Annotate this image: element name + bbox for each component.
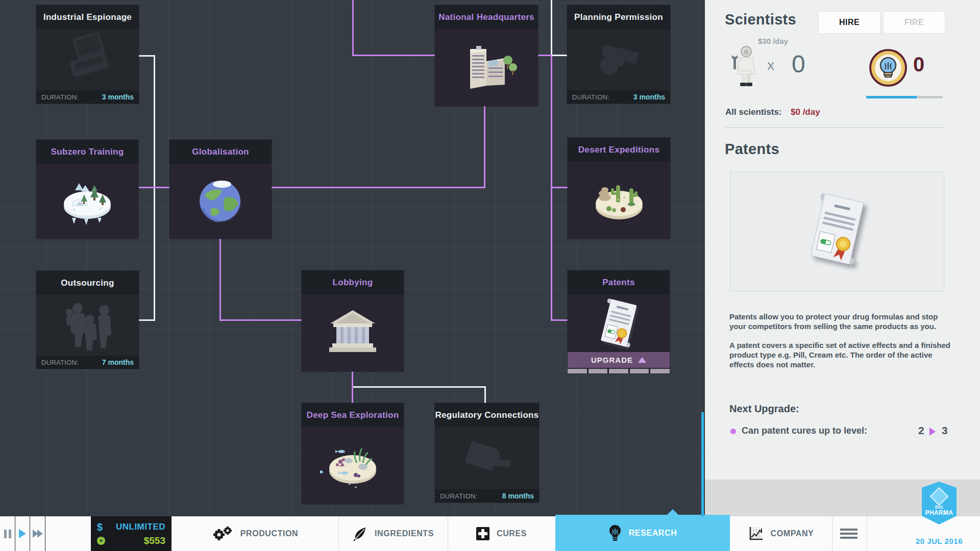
gears-icon <box>212 526 233 541</box>
connector-line <box>538 55 552 56</box>
fast-forward-button[interactable] <box>30 516 45 551</box>
level-arrow-icon <box>929 428 936 436</box>
tech-node-title: Regulatory Connections <box>435 403 539 427</box>
duration-row: DURATION: 3 months <box>567 90 670 104</box>
patents-heading: Patents <box>725 141 779 158</box>
seabed-island-icon <box>302 427 404 504</box>
play-button[interactable] <box>15 516 30 551</box>
tech-node-planning-permission[interactable]: Planning Permission DURATION: 3 months <box>567 5 670 104</box>
tech-node-patents[interactable]: Patents <box>568 270 670 373</box>
connector-line <box>551 56 552 321</box>
duration-row: DURATION: 7 months <box>36 356 139 369</box>
big-pharma-research-screen: Industrial Espionage DURATION: 3 months … <box>0 0 980 551</box>
tab-label: PRODUCTION <box>240 529 299 538</box>
research-skill-medal-icon <box>868 48 908 90</box>
tab-ingredients[interactable]: INGREDIENTS <box>338 516 448 551</box>
tab-cures[interactable]: CURES <box>448 516 555 551</box>
duration-label: DURATION: <box>440 492 477 500</box>
scientist-daily-rate: $30 /day <box>758 37 788 45</box>
scientist-count: 0 <box>792 50 805 78</box>
connector-line <box>352 0 354 56</box>
tech-node-title: Deep Sea Exploration <box>302 403 404 427</box>
tech-node-title: Patents <box>568 270 670 294</box>
tech-node-regulatory-connections[interactable]: Regulatory Connections DURATION: 8 month… <box>435 403 539 503</box>
connector-line <box>551 0 552 56</box>
play-icon <box>19 529 26 538</box>
duration-row: DURATION: 8 months <box>435 489 539 503</box>
rubber-stamp-icon <box>435 427 539 489</box>
hire-button[interactable]: HIRE <box>818 11 880 34</box>
connector-line <box>219 239 221 321</box>
tech-node-title: Industrial Espionage <box>36 5 139 29</box>
tech-node-desert-expeditions[interactable]: Desert Expeditions <box>568 138 670 239</box>
menu-button[interactable] <box>840 529 857 541</box>
level-current: 2 <box>918 424 924 437</box>
laptop-icon <box>36 29 139 90</box>
upgrade-label: UPGRADE <box>591 356 633 364</box>
tab-research[interactable]: RESEARCH <box>555 515 730 551</box>
connector-line <box>272 187 485 188</box>
connector-line <box>353 386 485 388</box>
daily-budget-value: UNLIMITED <box>116 522 165 532</box>
big-pharma-logo: BIG PHARMA <box>922 482 957 533</box>
tab-production[interactable]: PRODUCTION <box>172 516 338 551</box>
connector-line <box>139 55 155 57</box>
upgrade-effect-label: Can patent cures up to level: <box>742 425 867 436</box>
money-panel: $ UNLIMITED + $553 <box>91 516 172 551</box>
connector-line <box>352 371 353 403</box>
research-tree-canvas[interactable]: Industrial Espionage DURATION: 3 months … <box>0 0 705 516</box>
bottom-bar: $ UNLIMITED + $553 PRODUCTION <box>0 516 980 551</box>
upgrade-arrow-icon <box>638 357 646 363</box>
pause-icon <box>4 530 11 538</box>
next-upgrade-heading: Next Upgrade: <box>729 403 799 415</box>
level-next: 3 <box>942 424 948 437</box>
arctic-island-icon <box>36 164 138 239</box>
tab-label: CURES <box>497 529 527 538</box>
tech-node-title: Planning Permission <box>567 5 670 29</box>
chart-icon <box>748 526 764 541</box>
patent-preview-box <box>730 172 944 291</box>
connector-line <box>551 55 567 56</box>
pause-button[interactable] <box>0 516 15 551</box>
tech-node-globalisation[interactable]: Globalisation <box>169 140 272 239</box>
tech-node-industrial-espionage[interactable]: Industrial Espionage DURATION: 3 months <box>36 5 139 104</box>
connector-line <box>551 187 568 188</box>
tech-node-deep-sea-exploration[interactable]: Deep Sea Exploration <box>302 403 404 504</box>
connector-line <box>484 106 485 188</box>
patent-description-2: A patent covers a specific set of active… <box>729 340 957 369</box>
tech-node-title: Outsourcing <box>36 271 139 295</box>
connector-line <box>484 386 486 403</box>
skill-progress-fill <box>866 96 917 98</box>
tech-node-subzero-training[interactable]: Subzero Training <box>36 140 138 239</box>
tech-node-lobbying[interactable]: Lobbying <box>302 270 404 371</box>
workers-icon <box>36 295 139 356</box>
multiply-symbol: x <box>767 57 774 73</box>
patent-description-1: Patents allow you to protect your drug f… <box>729 312 957 331</box>
lightbulb-icon <box>608 524 622 542</box>
tech-node-title: Lobbying <box>302 270 404 294</box>
scientist-icon <box>729 45 759 90</box>
scroll-indicator[interactable] <box>701 412 704 516</box>
connector-line <box>139 187 169 188</box>
globe-icon <box>169 164 272 239</box>
duration-value: 3 months <box>633 93 665 101</box>
fire-button[interactable]: FIRE <box>883 11 945 34</box>
cash-value: $553 <box>144 535 165 546</box>
separator <box>867 516 867 551</box>
income-plus-icon: + <box>97 537 105 545</box>
buildings-icon <box>435 29 538 106</box>
tab-company[interactable]: COMPANY <box>730 516 832 551</box>
game-date: 20 JUL 2016 <box>908 537 971 545</box>
tech-node-title: Subzero Training <box>36 140 138 164</box>
duration-value: 3 months <box>102 93 134 101</box>
fast-forward-icon <box>33 530 43 538</box>
tab-label: COMPANY <box>771 529 814 538</box>
all-scientists-label: All scientists: <box>725 107 782 117</box>
duration-row: DURATION: 3 months <box>36 90 139 104</box>
upgrade-button[interactable]: UPGRADE <box>568 352 670 368</box>
bullet-icon <box>730 429 736 434</box>
connector-line <box>139 319 154 321</box>
tech-node-outsourcing[interactable]: Outsourcing DURATION: 7 months <box>36 271 139 369</box>
tech-node-national-headquarters[interactable]: National Headquarters <box>435 5 538 106</box>
all-scientists-rate: $0 /day <box>791 107 820 117</box>
